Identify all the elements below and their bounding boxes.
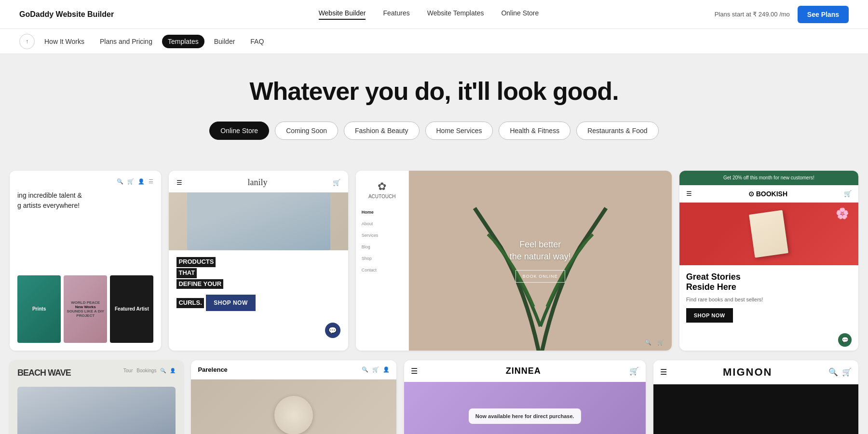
beach-image-placeholder [17,387,176,434]
pill-fashion-beauty[interactable]: Fashion & Beauty [344,122,420,140]
artist-description: ing incredible talent & g artists everyw… [17,190,153,211]
template-grid-row2: BEACH WAVE Tour Bookings 🔍 👤 Parelence 🔍… [0,360,868,434]
bookish-text-block: Great Stories Reside Here Find rare book… [679,265,858,329]
price-text: Plans start at ₹ 249.00 /mo [715,11,790,18]
book-image [749,210,788,258]
template-card-lanily[interactable]: ☰ lanily 🛒 PRODUCTS THAT DEFINE YOUR CUR… [169,171,348,351]
parelence-logo: Parelence [198,366,227,373]
template-card-artist[interactable]: 🔍 🛒 👤 ☰ ing incredible talent & g artist… [10,171,161,351]
template-card-parelence[interactable]: Parelence 🔍 🛒 👤 [191,360,396,434]
pill-health-fitness[interactable]: Health & Fitness [499,122,570,140]
zinnea-badge: Now available here for direct purchase. [469,408,581,424]
leaf-icon: ✿ [368,180,395,193]
mignon-logo: MIGNON [723,366,772,379]
subnav-plans-pricing[interactable]: Plans and Pricing [94,35,158,48]
pill-online-store[interactable]: Online Store [209,122,269,140]
user-icon: 👤 [138,178,145,185]
acutouch-main-image: Feel betterthe natural way! BOOK ONLINE … [409,171,672,351]
card-navbar: 🔍 🛒 👤 ☰ [17,178,153,185]
sub-navigation: How It Works Plans and Pricing Templates… [0,29,868,54]
subnav-faq[interactable]: FAQ [244,35,270,48]
acutouch-nav-contact: Contact [362,267,403,273]
acutouch-book-button[interactable]: BOOK ONLINE [515,270,565,283]
template-card-acutouch[interactable]: ✿ ACUTOUCH Home About Services Blog Shop… [356,171,672,351]
mignon-icons: 🔍 🛒 [828,367,852,377]
lanily-product-image [169,192,348,250]
cart-icon: 🛒 [842,367,852,377]
nav-link-features[interactable]: Features [383,9,409,20]
subnav-templates[interactable]: Templates [162,35,204,48]
cart-icon: 🛒 [844,190,852,197]
zinnea-product-image: Now available here for direct purchase. [404,382,646,434]
hamburger-icon: ☰ [411,366,418,376]
lanily-headline-2: THAT [176,268,197,278]
bookish-title: Great Stories Reside Here [686,272,852,293]
zinnea-logo: ZINNEA [506,366,541,376]
artist-image-featured: Featured Artist [110,275,153,343]
hamburger-icon: ☰ [660,367,667,377]
hero-title: Whatever you do, it'll look good. [10,77,858,106]
top-nav-links: Website Builder Features Website Templat… [143,9,715,20]
lanily-shop-button[interactable]: SHOP NOW [206,295,255,311]
artist-image-row: Prints WORLD PEACE New Works SOUNDS LIKE… [17,275,153,343]
template-card-bookish[interactable]: Get 20% off this month for new customers… [679,171,858,351]
nav-link-website-builder[interactable]: Website Builder [319,9,366,20]
pill-restaurants-food[interactable]: Restaurants & Food [576,122,659,140]
bookish-logo: ⊙ BOOKISH [748,190,787,198]
lanily-headline-1: PRODUCTS [176,257,216,267]
parelence-icons: 🔍 🛒 👤 [362,366,390,373]
acutouch-sidebar: ✿ ACUTOUCH Home About Services Blog Shop… [356,171,409,351]
lanily-headline-3: DEFINE YOUR [176,279,223,289]
menu-icon: ☰ [149,178,153,185]
acutouch-nav-services: Services [362,232,403,239]
search-icon: 🔍 [362,366,368,373]
bookish-hero-image: 🌸 [679,203,858,265]
cart-icon: 🛒 [629,366,639,376]
chat-icon: 💬 [328,326,337,334]
acutouch-nav-home: Home [362,209,403,216]
acutouch-nav-shop: Shop [362,255,403,262]
template-card-beach-wave[interactable]: BEACH WAVE Tour Bookings 🔍 👤 [10,360,183,434]
nav-link-website-templates[interactable]: Website Templates [427,9,484,20]
search-icon: 🔍 [117,178,123,185]
hero-section: Whatever you do, it'll look good. Online… [0,54,868,155]
top-navigation: GoDaddy Website Builder Website Builder … [0,0,868,29]
search-icon: 🔍 [828,367,838,377]
food-image [274,396,313,434]
mignon-hero-image [653,384,858,434]
lanily-logo: lanily [248,177,268,188]
lanily-chat-bubble[interactable]: 💬 [325,323,340,338]
beach-wave-logo: BEACH WAVE [17,368,71,378]
template-card-mignon[interactable]: ☰ MIGNON 🔍 🛒 [653,360,858,434]
search-icon-small: 🔍 [645,339,651,346]
hamburger-icon: ☰ [176,179,182,186]
acutouch-logo: ✿ ACUTOUCH [368,180,395,199]
subnav-builder[interactable]: Builder [208,35,241,48]
acutouch-tagline: Feel betterthe natural way! BOOK ONLINE [510,239,571,282]
hamburger-icon: ☰ [686,190,692,197]
bookish-header: ☰ ⊙ BOOKISH 🛒 [679,185,858,203]
cart-icon-small: 🛒 [657,339,664,346]
flowers-decoration: 🌸 [836,207,849,220]
brand-logo: GoDaddy Website Builder [19,10,114,19]
bookish-shop-button[interactable]: SHOP NOW [686,308,733,323]
pill-coming-soon[interactable]: Coming Soon [275,122,338,140]
lanily-header: ☰ lanily 🛒 [169,171,348,192]
artist-image-prints: Prints [17,275,61,343]
cart-icon: 🛒 [333,179,340,186]
beach-nav: Tour Bookings 🔍 👤 [123,368,176,373]
template-card-zinnea[interactable]: ☰ ZINNEA 🛒 Now available here for direct… [404,360,646,434]
user-icon: 👤 [383,366,390,373]
nav-link-online-store[interactable]: Online Store [501,9,539,20]
acutouch-nav-blog: Blog [362,244,403,250]
see-plans-button[interactable]: See Plans [798,6,849,23]
scroll-up-button[interactable] [19,34,35,49]
pill-home-services[interactable]: Home Services [425,122,493,140]
acutouch-nav-about: About [362,220,403,227]
filter-pills: Online Store Coming Soon Fashion & Beaut… [10,122,858,140]
artist-image-newworks: WORLD PEACE New Works SOUNDS LIKE A DIY … [64,275,107,343]
parelence-header: Parelence 🔍 🛒 👤 [191,360,396,380]
bookish-chat-bubble[interactable]: 💬 [838,333,852,347]
subnav-how-it-works[interactable]: How It Works [39,35,90,48]
parelence-hero-image [191,380,396,434]
